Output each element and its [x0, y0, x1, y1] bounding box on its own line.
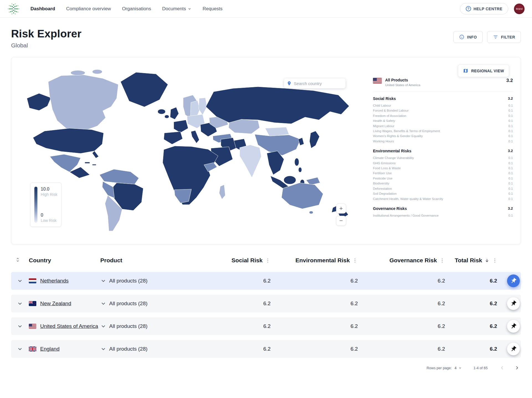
- column-social-risk-label: Social Risk: [232, 257, 263, 264]
- column-menu-icon[interactable]: ⋮: [265, 258, 271, 263]
- table-row[interactable]: England All products (28) 6.2 6.2 6.2 6.…: [11, 340, 521, 358]
- rows-per-page-label: Rows per page:: [426, 366, 452, 370]
- risk-item-value: 0.1: [508, 155, 513, 160]
- risk-item: Soil Degradation0.1: [373, 191, 513, 196]
- risk-item-value: 0.1: [508, 118, 513, 123]
- zoom-out-button[interactable]: −: [336, 216, 346, 226]
- risk-item: Catchment Health, Water quality & Water …: [373, 196, 513, 201]
- total-risk-value: 6.2: [445, 346, 498, 352]
- header-actions: INFO FILTER: [453, 31, 521, 43]
- panel-total-score: 3.2: [506, 78, 513, 83]
- product-label: All products (28): [109, 323, 147, 329]
- product-dropdown[interactable]: All products (28): [100, 346, 183, 352]
- table-row[interactable]: New Zealand All products (28) 6.2 6.2 6.…: [11, 295, 521, 312]
- previous-page-icon[interactable]: [499, 365, 505, 371]
- column-environmental-risk[interactable]: Environmental Risk ⋮: [271, 257, 358, 264]
- column-social-risk[interactable]: Social Risk ⋮: [183, 257, 271, 264]
- page-header: Risk Explorer Global INFO FILTER: [0, 18, 532, 57]
- pin-button[interactable]: [507, 297, 520, 310]
- country-risk-panel: All Products United States of America 3.…: [373, 78, 513, 218]
- nav-requests[interactable]: Requests: [203, 6, 222, 12]
- risk-item-value: 0.1: [508, 213, 513, 218]
- risk-item-label: Living Wages, Benefits & Terms of Employ…: [373, 129, 440, 133]
- filter-button[interactable]: FILTER: [487, 31, 521, 43]
- risk-item-label: Food Loss & Waste: [373, 166, 401, 171]
- legend-max-label: High Risk: [41, 192, 57, 197]
- nav-compliance-overview[interactable]: Compliance overview: [66, 6, 111, 12]
- product-dropdown[interactable]: All products (28): [100, 301, 183, 307]
- pin-button[interactable]: [507, 320, 520, 333]
- risk-item-label: Catchment Health, Water quality & Water …: [373, 196, 443, 201]
- risk-item: Living Wages, Benefits & Terms of Employ…: [373, 129, 513, 133]
- column-total-risk[interactable]: Total Risk ⋮: [445, 257, 498, 264]
- social-risks-score: 3.2: [508, 96, 513, 101]
- country-search: [284, 78, 346, 88]
- column-country[interactable]: Country: [29, 257, 100, 264]
- new-zealand-flag-icon: [29, 301, 36, 306]
- pushpin-icon: [510, 300, 517, 307]
- pin-button[interactable]: [507, 274, 520, 287]
- app-logo[interactable]: [7, 2, 20, 15]
- table-row[interactable]: United States of America All products (2…: [11, 317, 521, 335]
- risk-item: Biodiversity0.1: [373, 181, 513, 186]
- page-title: Risk Explorer: [11, 28, 81, 40]
- row-expand-icon[interactable]: [17, 323, 23, 329]
- environmental-risk-value: 6.2: [271, 346, 358, 352]
- rows-per-page-select[interactable]: 4: [454, 366, 462, 370]
- risk-item: Institutional Arrangements / Good Govern…: [373, 213, 513, 218]
- zoom-in-button[interactable]: +: [336, 204, 346, 214]
- table-row[interactable]: Netherlands All products (28) 6.2 6.2 6.…: [11, 272, 521, 290]
- country-link[interactable]: England: [40, 346, 60, 352]
- governance-risks-section: Governance Risks 3.2 Institutional Arran…: [373, 206, 513, 218]
- regional-view-button[interactable]: REGIONAL VIEW: [458, 65, 509, 77]
- product-dropdown[interactable]: All products (28): [100, 278, 183, 284]
- sort-descending-icon[interactable]: [484, 258, 490, 263]
- risk-item: Women's Rights & Gender Equality0.1: [373, 133, 513, 138]
- next-page-icon[interactable]: [514, 365, 520, 371]
- governance-risks-title: Governance Risks: [373, 206, 407, 211]
- risk-item-value: 0.1: [508, 191, 513, 196]
- risk-item: Food Loss & Waste0.1: [373, 166, 513, 171]
- search-country-input[interactable]: [294, 81, 343, 86]
- england-flag-icon: [29, 346, 36, 351]
- column-product[interactable]: Product: [100, 257, 183, 264]
- user-avatar[interactable]: Brand: [514, 3, 525, 14]
- row-expand-icon[interactable]: [17, 301, 23, 307]
- panel-country: United States of America: [385, 83, 420, 87]
- row-expand-icon[interactable]: [17, 346, 23, 352]
- nav-right: ? HELP CENTRE Brand: [460, 3, 525, 14]
- row-expand-icon[interactable]: [17, 278, 23, 284]
- info-button[interactable]: INFO: [453, 31, 483, 43]
- nav-organisations[interactable]: Organisations: [122, 6, 151, 12]
- risk-item-label: Pesticide Use: [373, 176, 392, 181]
- column-menu-icon[interactable]: ⋮: [352, 258, 358, 263]
- risk-legend: 10.0 High Risk 0 Low Risk: [30, 183, 62, 227]
- country-link[interactable]: Netherlands: [40, 278, 68, 284]
- country-link[interactable]: United States of America: [40, 323, 98, 329]
- column-governance-risk[interactable]: Governance Risk ⋮: [358, 257, 445, 264]
- risk-item-value: 0.1: [508, 181, 513, 186]
- pushpin-icon: [510, 278, 517, 284]
- risk-item-label: Forced & Bonded Labour: [373, 108, 409, 113]
- risk-item-value: 0.1: [508, 186, 513, 191]
- pin-button[interactable]: [507, 343, 520, 355]
- legend-min-value: 0: [41, 213, 57, 218]
- country-link[interactable]: New Zealand: [40, 301, 71, 307]
- chevron-down-icon: [100, 301, 106, 307]
- risk-item: Climate Change Vulnerability0.1: [373, 155, 513, 160]
- risk-item-label: Fertiliser Use: [373, 171, 392, 176]
- product-dropdown[interactable]: All products (28): [100, 323, 183, 329]
- sort-rows-icon[interactable]: [15, 257, 21, 263]
- nav-dashboard[interactable]: Dashboard: [30, 6, 55, 12]
- social-risk-value: 6.2: [183, 323, 271, 329]
- risk-item: Health & Safety0.1: [373, 118, 513, 123]
- column-menu-icon[interactable]: ⋮: [492, 258, 498, 263]
- world-map[interactable]: [20, 65, 363, 234]
- help-centre-button[interactable]: ? HELP CENTRE: [460, 3, 508, 14]
- netherlands-flag-icon: [29, 278, 36, 283]
- risk-item-label: Child Labour: [373, 103, 391, 108]
- chevron-down-icon: [100, 346, 106, 352]
- governance-risk-value: 6.2: [358, 323, 445, 329]
- nav-documents[interactable]: Documents: [162, 6, 191, 12]
- column-menu-icon[interactable]: ⋮: [439, 258, 445, 263]
